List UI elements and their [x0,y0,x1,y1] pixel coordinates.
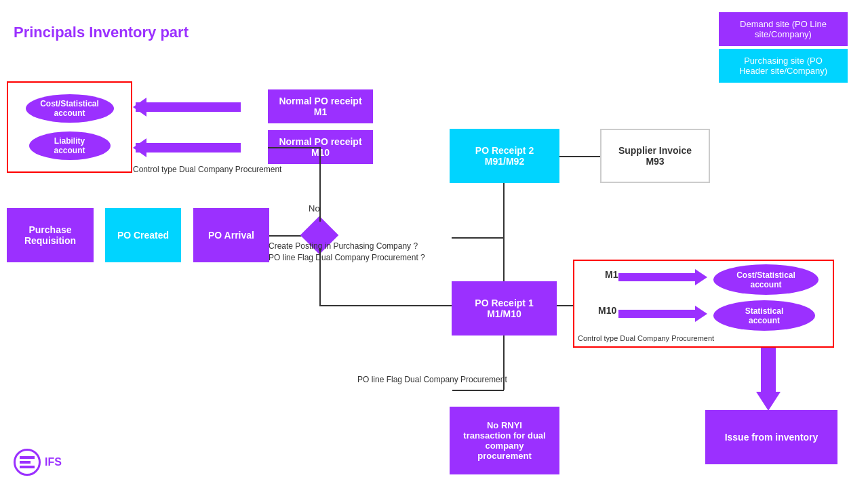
arrow-m10-body [136,143,241,152]
create-posting-label: Create Posting in Purchasing Company ? P… [269,241,425,264]
no-rnyi-box: No RNYI transaction for dual company pro… [450,407,559,474]
down-arrow-head [756,392,781,411]
line-to-no-rnyi [452,390,504,391]
no-label: No [309,203,320,214]
ifs-logo: IFS [14,449,62,476]
down-arrow [756,348,781,411]
arrow-m1-body [136,102,241,112]
down-arrow-body [761,348,776,392]
arrow-m10-head [133,138,146,157]
purchase-requisition-box: Purchase Requisition [7,208,94,262]
issue-from-inventory-box: Issue from inventory [705,410,837,464]
po-receipt-2-box: PO Receipt 2 M91/M92 [450,129,559,183]
control-label-right: Control type Dual Company Procurement [578,334,714,342]
svg-rect-2 [20,466,35,468]
page-title: Principals Inventory part [14,24,189,41]
svg-rect-0 [20,456,35,459]
po-arrival-box: PO Arrival [193,208,269,262]
arrow-m1-head [133,98,146,117]
cost-statistical-ellipse-right: Cost/Statistical account [713,264,818,295]
legend-demand: Demand site (PO Line site/Company) [719,12,848,46]
m10-arrow-head [695,306,707,322]
m1-label: M1 [605,269,618,280]
ifs-circle-icon [14,449,41,476]
svg-rect-1 [20,461,31,464]
top-left-accounts-box: Cost/Statistical account Liability accou… [7,81,132,173]
line-to-po-receipt1 [319,305,465,306]
ifs-text: IFS [45,456,62,468]
normal-po-receipt-m1: Normal PO receipt M1 [268,89,373,123]
m1-arrow-body [618,273,696,281]
m10-label: M10 [598,305,616,316]
supplier-invoice-box: Supplier Invoice M93 [600,129,710,183]
m1-arrow-head [695,269,707,285]
line-diamond-up [319,147,321,222]
control-label-top: Control type Dual Company Procurement [133,165,281,174]
line-po1-to-po2-h1 [452,237,504,239]
right-accounts-box: M1 Cost/Statistical account M10 Statisti… [573,260,834,348]
ifs-icon-svg [20,456,35,468]
statistical-ellipse-right: Statistical account [713,300,815,331]
legend-purchasing: Purchasing site (PO Header site/Company) [719,49,848,83]
line-top-h [268,147,320,148]
po-created-box: PO Created [105,208,181,262]
m10-arrow-body [618,310,696,318]
cost-statistical-ellipse: Cost/Statistical account [26,94,114,123]
po-receipt-1-box: PO Receipt 1 M1/M10 [452,281,557,336]
liability-ellipse: Liability account [29,131,111,160]
line-diamond-down [319,249,321,305]
po-line-flag-label: PO line Flag Dual Company Procurement [357,375,507,384]
